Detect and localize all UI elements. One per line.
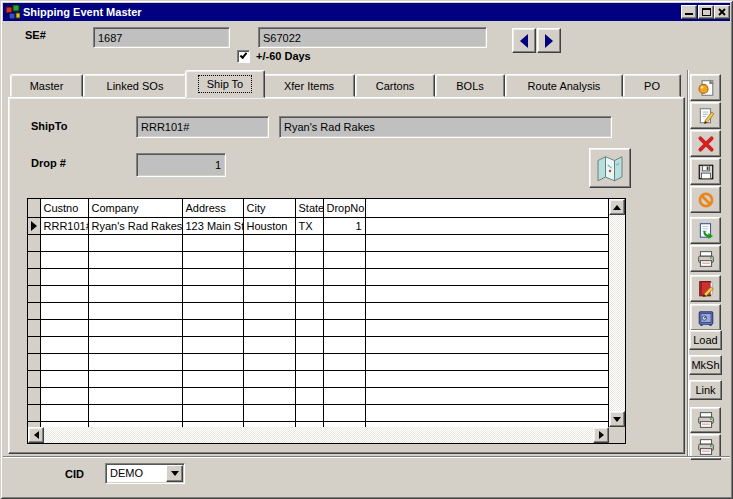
maximize-button[interactable]	[698, 5, 714, 19]
cell-custno[interactable]	[40, 234, 88, 251]
column-header-state[interactable]: State	[295, 199, 323, 217]
cell-dropno[interactable]	[323, 319, 365, 336]
cell-address[interactable]	[182, 268, 243, 285]
column-header-city[interactable]: City	[243, 199, 295, 217]
cell-city[interactable]	[243, 302, 295, 319]
cell-dropno[interactable]	[323, 251, 365, 268]
cell-dropno[interactable]	[323, 387, 365, 404]
row-selector[interactable]	[28, 404, 40, 421]
table-row[interactable]	[28, 234, 609, 251]
print-report-button[interactable]	[690, 407, 721, 433]
tab-cartons[interactable]: Cartons	[355, 74, 435, 97]
cell-dropno[interactable]: 1	[323, 217, 365, 234]
cell-dropno[interactable]	[323, 285, 365, 302]
tab-linked-sos[interactable]: Linked SOs	[83, 74, 187, 97]
row-selector[interactable]	[28, 370, 40, 387]
cell-address[interactable]	[182, 336, 243, 353]
cell-city[interactable]	[243, 285, 295, 302]
table-row[interactable]	[28, 404, 609, 421]
copy-document-button[interactable]	[690, 217, 721, 244]
close-button[interactable]	[714, 5, 730, 19]
cell-address[interactable]: 123 Main St.	[182, 217, 243, 234]
cell-state[interactable]	[295, 319, 323, 336]
row-selector[interactable]	[28, 319, 40, 336]
cell-state[interactable]	[295, 370, 323, 387]
cell-dropno[interactable]	[323, 268, 365, 285]
cell-city[interactable]	[243, 251, 295, 268]
cell-state[interactable]: TX	[295, 217, 323, 234]
cell-dropno[interactable]	[323, 353, 365, 370]
cell-custno[interactable]	[40, 370, 88, 387]
cell-city[interactable]	[243, 319, 295, 336]
save-button[interactable]	[690, 158, 721, 185]
table-row[interactable]	[28, 336, 609, 353]
cell-address[interactable]	[182, 387, 243, 404]
cell-address[interactable]	[182, 234, 243, 251]
column-header-address[interactable]: Address	[182, 199, 243, 217]
column-header-custno[interactable]: Custno	[40, 199, 88, 217]
column-header-company[interactable]: Company	[88, 199, 182, 217]
tab-master[interactable]: Master	[10, 74, 83, 97]
table-row[interactable]	[28, 251, 609, 268]
cell-address[interactable]	[182, 302, 243, 319]
table-row[interactable]	[28, 370, 609, 387]
edit-document-button[interactable]	[690, 102, 721, 129]
delete-button[interactable]	[690, 130, 721, 157]
next-record-button[interactable]	[537, 28, 561, 53]
cell-company[interactable]	[88, 319, 182, 336]
cell-state[interactable]	[295, 251, 323, 268]
table-row[interactable]	[28, 387, 609, 404]
tab-route-analysis[interactable]: Route Analysis	[505, 74, 623, 97]
cell-city[interactable]	[243, 353, 295, 370]
cell-custno[interactable]: RRR101#	[40, 217, 88, 234]
link-button[interactable]: Link	[689, 380, 722, 400]
cell-company[interactable]: Ryan's Rad Rakes	[88, 217, 182, 234]
cell-custno[interactable]	[40, 251, 88, 268]
days-range-checkbox[interactable]	[237, 50, 250, 63]
grid-vertical-scrollbar[interactable]	[609, 199, 625, 427]
cell-custno[interactable]	[40, 387, 88, 404]
cell-dropno[interactable]	[323, 234, 365, 251]
drop-number-field[interactable]	[136, 153, 226, 177]
print-button[interactable]	[690, 245, 721, 272]
cell-address[interactable]	[182, 251, 243, 268]
load-button[interactable]: Load	[689, 330, 722, 350]
row-selector[interactable]	[28, 268, 40, 285]
scroll-right-button[interactable]	[593, 427, 609, 443]
map-button[interactable]	[589, 148, 631, 188]
cell-city[interactable]: Houston	[243, 217, 295, 234]
cell-company[interactable]	[88, 336, 182, 353]
tab-po[interactable]: PO	[623, 74, 681, 97]
cid-dropdown-button[interactable]	[166, 465, 183, 482]
row-selector[interactable]	[28, 387, 40, 404]
shipto-custno-field[interactable]	[136, 116, 269, 138]
table-row[interactable]	[28, 285, 609, 302]
se-code-field[interactable]	[258, 27, 487, 48]
cancel-button[interactable]	[690, 186, 721, 213]
cell-city[interactable]	[243, 370, 295, 387]
row-selector[interactable]	[28, 302, 40, 319]
minimize-button[interactable]	[681, 5, 697, 19]
cell-company[interactable]	[88, 268, 182, 285]
prev-record-button[interactable]	[512, 28, 536, 53]
cell-company[interactable]	[88, 234, 182, 251]
cell-company[interactable]	[88, 370, 182, 387]
tab-xfer-items[interactable]: Xfer Items	[263, 74, 355, 97]
row-selector[interactable]	[28, 353, 40, 370]
cell-city[interactable]	[243, 234, 295, 251]
cell-address[interactable]	[182, 353, 243, 370]
cell-custno[interactable]	[40, 268, 88, 285]
cell-city[interactable]	[243, 268, 295, 285]
cell-city[interactable]	[243, 387, 295, 404]
sticky-note-button[interactable]	[690, 74, 721, 101]
cell-company[interactable]	[88, 302, 182, 319]
cell-state[interactable]	[295, 353, 323, 370]
cell-state[interactable]	[295, 285, 323, 302]
cell-state[interactable]	[295, 234, 323, 251]
se-id-field[interactable]	[93, 27, 230, 48]
scroll-left-button[interactable]	[28, 427, 44, 443]
cell-company[interactable]	[88, 285, 182, 302]
shipto-company-field[interactable]	[279, 116, 612, 138]
cell-address[interactable]	[182, 370, 243, 387]
column-header-dropno[interactable]: DropNo	[323, 199, 365, 217]
